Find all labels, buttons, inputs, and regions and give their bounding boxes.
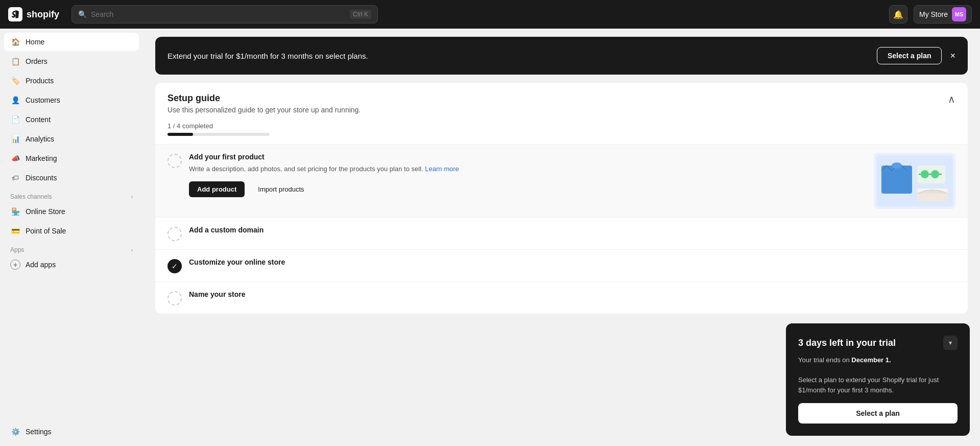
setup-guide-subtitle: Use this personalized guide to get your … [168,106,361,114]
bell-icon: 🔔 [893,10,903,19]
custom-domain-status-icon [168,227,182,241]
sidebar-item-online-store[interactable]: 🏪 Online Store [4,202,139,221]
add-product-description: Write a description, add photos, and set… [189,164,867,174]
sidebar-item-content[interactable]: 📄 Content [4,110,139,129]
store-icon: 🏪 [10,206,20,217]
sidebar-label-settings: Settings [26,428,52,436]
sidebar-item-settings[interactable]: ⚙️ Settings [4,422,139,441]
add-product-content: Add your first product Write a descripti… [189,153,867,197]
sidebar-item-marketing[interactable]: 📣 Marketing [4,149,139,168]
name-store-content: Name your store [189,290,955,301]
progress-bar-fill [168,133,193,136]
customize-store-title: Customize your online store [189,258,955,266]
sidebar-label-marketing: Marketing [26,154,57,162]
sidebar-label-customers: Customers [26,96,60,104]
sales-channels-section: Sales channels › [4,188,139,202]
svg-point-3 [892,162,902,169]
trial-end-date: December 1. [851,356,891,364]
sidebar-item-products[interactable]: 🏷️ Products [4,72,139,90]
setup-guide-header-text: Setup guide Use this personalized guide … [168,93,361,114]
progress-label: 1 / 4 completed [168,122,955,130]
sidebar-label-add-apps: Add apps [26,261,56,269]
guide-item-customize-store[interactable]: ✓ Customize your online store [155,249,968,281]
trial-popup-header: 3 days left in your trial ▾ [798,336,958,350]
customers-icon: 👤 [10,95,20,105]
sidebar-item-home[interactable]: 🏠 Home [4,33,139,51]
shopify-logo[interactable]: shopify [8,7,59,21]
trial-popup-body: Your trial ends on December 1. Select a … [798,355,958,395]
plus-icon: + [10,260,20,270]
promo-banner: Extend your trial for $1/month for 3 mon… [155,37,968,75]
top-navigation: shopify 🔍 Ctrl K 🔔 My Store MS [0,0,980,29]
guide-item-name-store[interactable]: Name your store [155,281,968,314]
sidebar-item-orders[interactable]: 📋 Orders [4,52,139,71]
sidebar-item-analytics[interactable]: 📊 Analytics [4,130,139,148]
sidebar-bottom: ⚙️ Settings [4,418,139,442]
orders-icon: 📋 [10,56,20,66]
trial-popup: 3 days left in your trial ▾ Your trial e… [786,323,970,436]
svg-point-5 [921,170,929,178]
trial-popup-title: 3 days left in your trial [798,338,896,348]
sidebar-label-content: Content [26,115,51,124]
notifications-button[interactable]: 🔔 [889,5,907,24]
pos-icon: 💳 [10,226,20,236]
banner-text: Extend your trial for $1/month for 3 mon… [168,52,368,60]
setup-guide-card: Setup guide Use this personalized guide … [155,83,968,314]
name-store-title: Name your store [189,290,955,298]
guide-item-add-product[interactable]: Add your first product Write a descripti… [155,144,968,217]
sidebar-label-analytics: Analytics [26,135,54,143]
add-product-image [874,153,955,209]
name-store-status-icon [168,291,182,306]
sidebar-label-pos: Point of Sale [26,227,66,235]
search-input[interactable] [91,10,346,18]
add-product-status-icon [168,154,182,168]
logo-text: shopify [27,9,59,20]
svg-rect-2 [881,166,912,194]
apps-section: Apps › [4,241,139,255]
guide-item-custom-domain[interactable]: Add a custom domain [155,217,968,249]
add-product-title: Add your first product [189,153,867,161]
search-icon: 🔍 [78,10,87,18]
sidebar-label-orders: Orders [26,57,47,65]
search-bar[interactable]: 🔍 Ctrl K [71,5,378,24]
sidebar: 🏠 Home 📋 Orders 🏷️ Products 👤 Customers … [0,29,143,446]
progress-bar-background [168,133,270,136]
trial-popup-collapse-button[interactable]: ▾ [943,336,958,350]
sidebar-item-add-apps[interactable]: + Add apps [4,255,139,274]
banner-actions: Select a plan × [877,47,955,64]
products-icon: 🏷️ [10,76,20,86]
discounts-icon: 🏷 [10,173,20,183]
sidebar-label-products: Products [26,77,54,85]
analytics-icon: 📊 [10,134,20,144]
learn-more-link[interactable]: Learn more [425,165,459,173]
svg-point-6 [931,170,939,178]
store-menu[interactable]: My Store MS [914,5,972,24]
trial-popup-select-plan-button[interactable]: Select a plan [798,403,958,424]
sidebar-item-point-of-sale[interactable]: 💳 Point of Sale [4,222,139,240]
svg-rect-11 [917,194,948,201]
store-name: My Store [919,10,948,18]
sidebar-label-home: Home [26,38,44,46]
customize-store-status-icon: ✓ [168,259,182,273]
banner-select-plan-button[interactable]: Select a plan [877,47,942,64]
svg-rect-0 [8,7,22,21]
sidebar-label-online-store: Online Store [26,207,65,216]
setup-guide-header: Setup guide Use this personalized guide … [155,83,968,122]
custom-domain-title: Add a custom domain [189,226,955,234]
banner-close-button[interactable]: × [950,51,955,61]
setup-guide-collapse-button[interactable]: ∧ [948,93,955,105]
setup-guide-title: Setup guide [168,93,361,104]
marketing-icon: 📣 [10,153,20,163]
customize-store-content: Customize your online store [189,258,955,269]
sidebar-item-customers[interactable]: 👤 Customers [4,91,139,109]
sidebar-item-discounts[interactable]: 🏷 Discounts [4,169,139,187]
topnav-right: 🔔 My Store MS [889,5,972,24]
add-product-button[interactable]: Add product [189,181,245,197]
settings-icon: ⚙️ [10,427,20,437]
sidebar-label-discounts: Discounts [26,174,57,182]
apps-chevron: › [131,247,133,253]
progress-section: 1 / 4 completed [155,122,968,144]
import-products-button[interactable]: Import products [250,181,312,197]
home-icon: 🏠 [10,37,20,47]
content-icon: 📄 [10,114,20,125]
